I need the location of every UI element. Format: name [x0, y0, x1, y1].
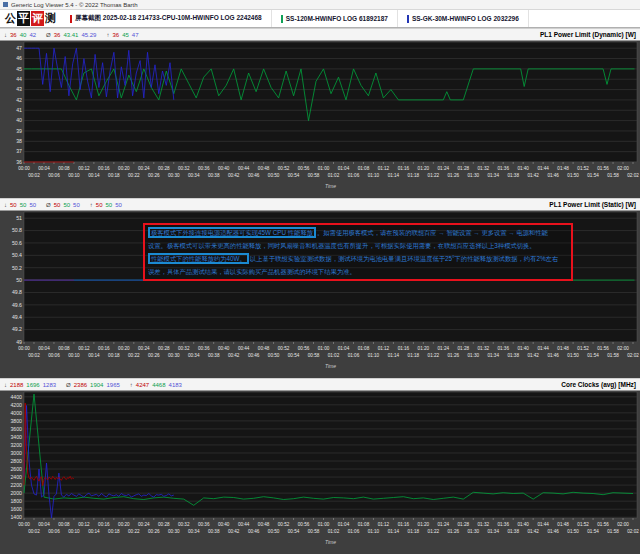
- svg-text:01:58: 01:58: [607, 173, 619, 178]
- svg-text:00:06: 00:06: [48, 173, 60, 178]
- svg-text:3000: 3000: [10, 450, 22, 456]
- svg-text:00:26: 00:26: [148, 173, 160, 178]
- svg-text:01:10: 01:10: [368, 529, 380, 534]
- svg-text:01:42: 01:42: [527, 173, 539, 178]
- svg-text:00:50: 00:50: [268, 353, 280, 358]
- svg-text:50.4: 50.4: [12, 252, 22, 258]
- svg-text:00:08: 00:08: [58, 522, 70, 527]
- svg-text:3600: 3600: [10, 426, 22, 432]
- chart-core-clocks[interactable]: 4400420040003800360034003200300028002600…: [0, 391, 640, 554]
- tab-label: SS-120M-HWiNFO LOG 61892187: [286, 15, 388, 22]
- svg-text:00:04: 00:04: [38, 346, 50, 351]
- svg-text:00:14: 00:14: [88, 529, 100, 534]
- svg-text:00:40: 00:40: [218, 346, 230, 351]
- svg-text:01:26: 01:26: [448, 173, 460, 178]
- svg-text:00:08: 00:08: [58, 166, 70, 171]
- tab-log-2[interactable]: SS-120M-HWiNFO LOG 61892187: [272, 10, 398, 27]
- svg-text:00:52: 00:52: [278, 346, 290, 351]
- svg-text:00:20: 00:20: [118, 346, 130, 351]
- svg-text:45: 45: [16, 66, 22, 72]
- svg-text:01:56: 01:56: [597, 522, 609, 527]
- svg-text:00:40: 00:40: [218, 166, 230, 171]
- svg-text:00:34: 00:34: [188, 529, 200, 534]
- svg-text:01:28: 01:28: [458, 346, 470, 351]
- svg-text:01:28: 01:28: [458, 166, 470, 171]
- svg-text:00:36: 00:36: [198, 166, 210, 171]
- stat-min-log1: 36: [10, 32, 17, 38]
- svg-text:00:00: 00:00: [18, 346, 30, 351]
- svg-text:01:14: 01:14: [388, 529, 400, 534]
- svg-text:00:56: 00:56: [298, 346, 310, 351]
- tab-log-3[interactable]: SS-GK-30M-HWiNFO LOG 2032296: [398, 10, 529, 27]
- tab-color-marker-icon: [70, 15, 72, 23]
- stat-avg-log3: 50: [73, 202, 80, 208]
- svg-text:01:02: 01:02: [328, 173, 340, 178]
- stat-avg-log2: 1904: [90, 382, 103, 388]
- svg-text:1600: 1600: [10, 506, 22, 512]
- svg-text:01:00: 01:00: [318, 346, 330, 351]
- svg-text:4400: 4400: [10, 394, 22, 400]
- svg-text:00:24: 00:24: [138, 346, 150, 351]
- svg-text:00:16: 00:16: [98, 346, 110, 351]
- logo-char: 公: [5, 11, 16, 26]
- tab-color-marker-icon: [281, 15, 283, 23]
- tab-label: 屏幕截图 2025-02-18 214733-CPU-10M-HWiNFO LO…: [75, 14, 262, 23]
- svg-text:00:08: 00:08: [58, 346, 70, 351]
- tab-log-1[interactable]: 屏幕截图 2025-02-18 214733-CPU-10M-HWiNFO LO…: [61, 10, 272, 27]
- svg-text:01:36: 01:36: [497, 522, 509, 527]
- svg-text:00:54: 00:54: [288, 529, 300, 534]
- svg-text:42: 42: [16, 97, 22, 103]
- svg-text:50.2: 50.2: [12, 265, 22, 271]
- svg-text:01:54: 01:54: [587, 173, 599, 178]
- svg-text:00:38: 00:38: [208, 173, 220, 178]
- chart3-title: Core Clocks (avg) [MHz]: [561, 381, 636, 388]
- stat-max-log1: 50: [96, 202, 103, 208]
- svg-text:01:36: 01:36: [497, 346, 509, 351]
- svg-text:01:18: 01:18: [408, 529, 420, 534]
- svg-text:00:26: 00:26: [148, 529, 160, 534]
- stat-avg-log2: 50: [63, 202, 70, 208]
- svg-text:01:42: 01:42: [527, 353, 539, 358]
- avg-symbol: Ø: [66, 382, 71, 388]
- svg-text:00:10: 00:10: [68, 353, 80, 358]
- svg-text:00:02: 00:02: [28, 173, 40, 178]
- svg-text:1400: 1400: [10, 514, 22, 520]
- svg-text:2400: 2400: [10, 474, 22, 480]
- svg-text:00:26: 00:26: [148, 353, 160, 358]
- tab-bar: 公平评测 屏幕截图 2025-02-18 214733-CPU-10M-HWiN…: [0, 10, 640, 28]
- svg-text:01:02: 01:02: [328, 353, 340, 358]
- svg-text:01:08: 01:08: [358, 346, 370, 351]
- svg-text:00:54: 00:54: [288, 353, 300, 358]
- svg-text:47: 47: [16, 45, 22, 51]
- stat-min-log2: 1696: [26, 382, 39, 388]
- min-symbol: ↓: [4, 32, 7, 38]
- chart1-title: PL1 Power Limit (Dynamic) [W]: [540, 31, 636, 38]
- stat-avg-log2: 43.41: [63, 32, 78, 38]
- chart-pl1-dynamic[interactable]: 47464544434241403938373600:0000:0400:080…: [0, 41, 640, 198]
- svg-text:4200: 4200: [10, 402, 22, 408]
- svg-text:00:18: 00:18: [108, 173, 120, 178]
- svg-text:36: 36: [16, 159, 22, 165]
- title-bar: Generic Log Viewer 5.4 - © 2022 Thomas B…: [0, 0, 640, 10]
- max-symbol: ↑: [90, 202, 93, 208]
- svg-text:01:46: 01:46: [547, 529, 559, 534]
- svg-text:00:12: 00:12: [78, 346, 90, 351]
- svg-text:00:04: 00:04: [38, 522, 50, 527]
- svg-text:00:34: 00:34: [188, 173, 200, 178]
- stat-min-log3: 1283: [43, 382, 56, 388]
- svg-text:00:18: 00:18: [108, 529, 120, 534]
- svg-text:00:30: 00:30: [168, 529, 180, 534]
- svg-text:01:20: 01:20: [418, 346, 430, 351]
- svg-text:01:04: 01:04: [338, 346, 350, 351]
- stat-min-log3: 42: [29, 32, 36, 38]
- svg-text:00:14: 00:14: [88, 173, 100, 178]
- chart1-stats-row: ↓ 36 40 42 Ø 36 43.41 45.29 ↑ 36 45 47 P…: [0, 28, 640, 41]
- generic-log-viewer-window: { "window": { "title": "Generic Log View…: [0, 0, 640, 554]
- svg-text:38: 38: [16, 138, 22, 144]
- svg-text:01:30: 01:30: [468, 529, 480, 534]
- svg-text:00:10: 00:10: [68, 173, 80, 178]
- svg-text:01:06: 01:06: [348, 353, 360, 358]
- svg-text:00:00: 00:00: [18, 522, 30, 527]
- svg-text:01:34: 01:34: [487, 353, 499, 358]
- svg-text:00:40: 00:40: [218, 522, 230, 527]
